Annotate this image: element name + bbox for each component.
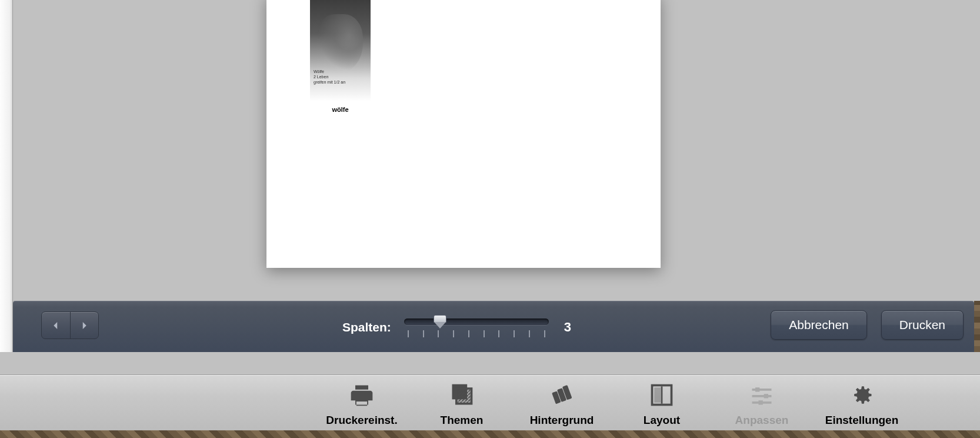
toolbar-item-background[interactable]: Hintergrund bbox=[512, 381, 612, 427]
left-edge-panel bbox=[0, 0, 13, 352]
card-line2: 2 Leben bbox=[314, 74, 345, 79]
print-button[interactable]: Drucken bbox=[881, 310, 964, 340]
toolbar-item-themes[interactable]: Themen bbox=[412, 381, 512, 427]
toolbar-item-settings[interactable]: Einstellungen bbox=[812, 381, 912, 427]
desktop-bottom-strip bbox=[0, 430, 980, 438]
card-title: Wölfe bbox=[314, 69, 345, 74]
arrow-left-icon bbox=[51, 320, 61, 331]
card-line3: greifen mit 1/2 an bbox=[314, 79, 345, 85]
toolbar-label-settings: Einstellungen bbox=[825, 414, 899, 427]
slider-knob[interactable] bbox=[434, 315, 446, 329]
card-text-block: Wölfe 2 Leben greifen mit 1/2 an bbox=[314, 69, 345, 85]
page-nav-group bbox=[41, 311, 99, 339]
background-icon bbox=[549, 381, 575, 409]
svg-rect-14 bbox=[759, 400, 763, 404]
toolbar-item-printer[interactable]: Druckereinst. bbox=[312, 381, 412, 427]
card-caption: wölfe bbox=[310, 106, 371, 113]
arrow-right-icon bbox=[79, 320, 89, 331]
toolbar-label-adjust: Anpassen bbox=[735, 414, 789, 427]
printer-icon bbox=[349, 381, 375, 409]
wolf-image-placeholder bbox=[316, 14, 363, 73]
dialog-action-buttons: Abbrechen Drucken bbox=[771, 310, 964, 340]
toolbar-label-printer: Druckereinst. bbox=[326, 414, 397, 427]
prev-page-button[interactable] bbox=[41, 311, 71, 339]
columns-slider[interactable] bbox=[404, 315, 549, 340]
slider-track bbox=[404, 318, 549, 325]
card-thumbnail[interactable]: Wölfe 2 Leben greifen mit 1/2 an bbox=[310, 0, 371, 101]
toolbar-item-adjust: Anpassen bbox=[712, 381, 812, 427]
control-bar: Spalten: 3 Abbrechen Drucken bbox=[13, 301, 974, 352]
toolbar-label-layout: Layout bbox=[644, 414, 680, 427]
adjust-icon bbox=[749, 381, 775, 409]
columns-label: Spalten: bbox=[342, 320, 391, 334]
svg-rect-7 bbox=[654, 387, 661, 403]
preview-canvas: Wölfe 2 Leben greifen mit 1/2 an wölfe bbox=[13, 0, 980, 301]
slider-ticks bbox=[408, 330, 545, 337]
columns-value: 3 bbox=[564, 320, 571, 335]
cancel-button[interactable]: Abbrechen bbox=[771, 310, 867, 340]
layout-icon bbox=[649, 381, 675, 409]
columns-slider-group: Spalten: 3 bbox=[342, 315, 571, 340]
toolbar-label-themes: Themen bbox=[441, 414, 484, 427]
next-page-button[interactable] bbox=[70, 311, 99, 339]
themes-icon bbox=[449, 381, 475, 409]
print-page-preview: Wölfe 2 Leben greifen mit 1/2 an wölfe bbox=[266, 0, 661, 268]
toolbar-label-background: Hintergrund bbox=[530, 414, 594, 427]
toolbar-item-layout[interactable]: Layout bbox=[612, 381, 712, 427]
bottom-toolbar: Druckereinst. Themen Hintergrund Layout … bbox=[0, 374, 980, 430]
svg-rect-12 bbox=[764, 394, 768, 398]
svg-rect-10 bbox=[755, 387, 759, 391]
gear-icon bbox=[849, 381, 875, 409]
